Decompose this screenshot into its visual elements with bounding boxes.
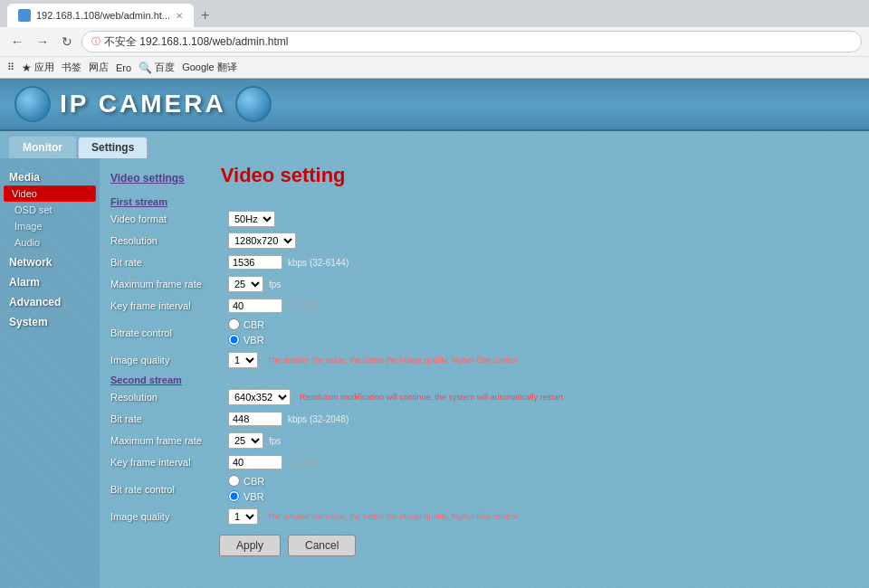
image-quality-hint-2: The smaller the value, the better the im… bbox=[267, 512, 518, 521]
reload-button[interactable]: ↻ bbox=[58, 33, 76, 51]
bitrate-control-label-1: Bitrate control bbox=[110, 327, 228, 338]
address-bar[interactable]: ⓘ 不安全 192.168.1.108/web/admin.html bbox=[81, 31, 862, 52]
bookmark-label: 百度 bbox=[155, 61, 175, 74]
url-text: 192.168.1.108/web/admin.html bbox=[139, 35, 288, 48]
bookmark-yingyong[interactable]: ★ 应用 bbox=[22, 61, 54, 74]
resolution-control-1: 1280x720 640x480 bbox=[228, 232, 296, 249]
key-frame-input-1[interactable] bbox=[228, 299, 282, 313]
bookmark-baidu[interactable]: 🔍 百度 bbox=[138, 61, 175, 74]
video-format-control: 50Hz 60Hz bbox=[228, 211, 275, 227]
tab-settings[interactable]: Settings bbox=[78, 137, 148, 158]
vbr-radio-2[interactable] bbox=[228, 490, 240, 502]
forward-button[interactable]: → bbox=[33, 33, 53, 51]
max-frame-control-1: 25 15 10 fps bbox=[228, 276, 281, 292]
bitrate-control-row-2: Bit rate control CBR VBR bbox=[110, 475, 858, 504]
bitrate-row-1: Bit rate kbps (32-6144) bbox=[110, 253, 858, 271]
sidebar-group-network[interactable]: Network bbox=[0, 251, 100, 270]
bookmark-label: 网店 bbox=[89, 61, 109, 74]
max-frame-control-2: 25 15 fps bbox=[228, 432, 281, 449]
max-frame-unit-1: fps bbox=[269, 280, 281, 289]
key-frame-label-1: Key frame interval bbox=[110, 300, 228, 311]
max-frame-select-2[interactable]: 25 15 bbox=[228, 432, 263, 449]
cbr-radio-row-2: CBR bbox=[228, 475, 264, 487]
apps-icon: ⠿ bbox=[7, 62, 14, 73]
image-quality-row-1: Image quality 123 456 The smaller the va… bbox=[110, 351, 858, 369]
tab-monitor[interactable]: Monitor bbox=[9, 137, 76, 158]
sidebar-item-image[interactable]: Image bbox=[0, 218, 100, 234]
image-quality-control-2: 123 456 The smaller the value, the bette… bbox=[228, 508, 518, 525]
main-layout: Media Video OSD set Image Audio Network … bbox=[0, 158, 869, 588]
logo-globe-left bbox=[14, 86, 51, 122]
page: IP CAMERA Monitor Settings Media Video O… bbox=[0, 79, 869, 588]
bitrate-control-2: kbps (32-2048) bbox=[228, 412, 349, 426]
favicon-icon bbox=[18, 9, 31, 22]
bookmark-wangdian[interactable]: 网店 bbox=[89, 61, 109, 74]
logo-text: IP CAMERA bbox=[60, 90, 226, 119]
key-frame-input-2[interactable] bbox=[228, 455, 282, 469]
resolution-row-1: Resolution 1280x720 640x480 bbox=[110, 232, 858, 250]
max-frame-unit-2: fps bbox=[269, 436, 281, 446]
bookmark-ero[interactable]: Ero bbox=[116, 62, 131, 73]
sidebar-item-video[interactable]: Video bbox=[4, 185, 96, 202]
bitrate-control-1: kbps (32-6144) bbox=[228, 255, 349, 270]
resolution-row-2: Resolution 640x352 320x240 Resolution mo… bbox=[110, 388, 858, 406]
tab-close-icon[interactable]: ✕ bbox=[176, 11, 183, 21]
image-quality-select-2[interactable]: 123 456 bbox=[228, 508, 258, 525]
bitrate-label-1: Bit rate bbox=[110, 257, 228, 268]
key-frame-control-1: (2-150) bbox=[228, 299, 317, 313]
sidebar: Media Video OSD set Image Audio Network … bbox=[0, 158, 100, 588]
bitrate-control-label-2: Bit rate control bbox=[110, 484, 228, 495]
max-frame-row-1: Maximum frame rate 25 15 10 fps bbox=[110, 275, 858, 293]
max-frame-row-2: Maximum frame rate 25 15 fps bbox=[110, 432, 858, 450]
tab-bar: 192.168.1.108/web/admin.ht... ✕ + bbox=[0, 0, 869, 27]
bookmark-label: 应用 bbox=[34, 61, 54, 74]
bitrate-input-2[interactable] bbox=[228, 412, 282, 426]
image-quality-row-2: Image quality 123 456 The smaller the va… bbox=[110, 507, 858, 526]
resolution-select-1[interactable]: 1280x720 640x480 bbox=[228, 232, 296, 249]
cbr-radio-2[interactable] bbox=[228, 475, 240, 487]
content-area: Video settings Video setting First strea… bbox=[100, 158, 869, 588]
bookmarks-bar: ⠿ ★ 应用 书签 网店 Ero 🔍 百度 Google 翻译 bbox=[0, 56, 869, 78]
page-title: Video setting bbox=[221, 164, 346, 187]
sidebar-group-alarm[interactable]: Alarm bbox=[0, 270, 100, 290]
sidebar-item-audio[interactable]: Audio bbox=[0, 234, 100, 251]
resolution-select-2[interactable]: 640x352 320x240 bbox=[228, 389, 291, 405]
sidebar-group-system[interactable]: System bbox=[0, 310, 100, 330]
sidebar-group-media: Media bbox=[0, 166, 100, 185]
new-tab-button[interactable]: + bbox=[197, 7, 213, 24]
tab-title: 192.168.1.108/web/admin.ht... bbox=[36, 10, 170, 21]
cbr-radio-1[interactable] bbox=[228, 318, 240, 330]
second-stream-title: Second stream bbox=[110, 375, 858, 385]
cancel-button[interactable]: Cancel bbox=[288, 535, 356, 556]
browser-tab[interactable]: 192.168.1.108/web/admin.ht... ✕ bbox=[7, 4, 194, 27]
resolution-note-2: Resolution modification will continue, t… bbox=[300, 393, 563, 402]
video-format-select[interactable]: 50Hz 60Hz bbox=[228, 211, 275, 227]
max-frame-label-2: Maximum frame rate bbox=[110, 435, 228, 446]
bookmark-google-translate[interactable]: Google 翻译 bbox=[182, 61, 237, 74]
vbr-label-1: VBR bbox=[244, 335, 264, 346]
key-frame-control-2: (2-150) bbox=[228, 455, 317, 469]
image-quality-select-1[interactable]: 123 456 bbox=[228, 352, 258, 368]
vbr-radio-1[interactable] bbox=[228, 334, 240, 346]
video-format-row: Video format 50Hz 60Hz bbox=[110, 210, 858, 228]
bitrate-label-2: Bit rate bbox=[110, 413, 228, 424]
key-frame-range-1: (2-150) bbox=[288, 301, 317, 311]
address-bar-row: ← → ↻ ⓘ 不安全 192.168.1.108/web/admin.html bbox=[0, 27, 869, 56]
bookmark-shuqian[interactable]: 书签 bbox=[62, 61, 81, 74]
max-frame-select-1[interactable]: 25 15 10 bbox=[228, 276, 263, 292]
page-header: IP CAMERA bbox=[0, 79, 869, 131]
bitrate-control-row-1: Bitrate control CBR VBR bbox=[110, 318, 858, 347]
button-row: Apply Cancel bbox=[219, 535, 858, 556]
resolution-control-2: 640x352 320x240 Resolution modification … bbox=[228, 389, 563, 405]
image-quality-hint-1: The smaller the value, the better the im… bbox=[267, 356, 518, 365]
sidebar-item-osd[interactable]: OSD set bbox=[0, 202, 100, 218]
cbr-radio-row-1: CBR bbox=[228, 318, 264, 330]
baidu-icon: 🔍 bbox=[138, 62, 152, 74]
sidebar-group-advanced[interactable]: Advanced bbox=[0, 290, 100, 310]
key-frame-label-2: Key frame interval bbox=[110, 457, 228, 468]
back-button[interactable]: ← bbox=[7, 33, 27, 51]
bookmark-icon: ★ bbox=[22, 62, 32, 74]
apply-button[interactable]: Apply bbox=[219, 535, 281, 556]
vbr-label-2: VBR bbox=[244, 491, 264, 502]
bitrate-input-1[interactable] bbox=[228, 255, 282, 270]
